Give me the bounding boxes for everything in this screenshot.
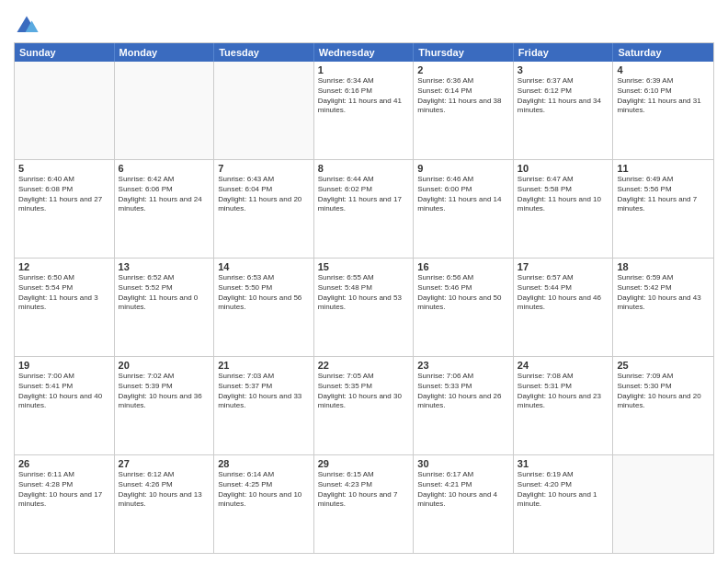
cell-text: Sunrise: 7:03 AM Sunset: 5:37 PM Dayligh… <box>218 372 310 411</box>
day-number: 25 <box>617 360 710 371</box>
week-row-3: 12Sunrise: 6:50 AM Sunset: 5:54 PM Dayli… <box>15 258 713 356</box>
day-cell-6: 6Sunrise: 6:42 AM Sunset: 6:06 PM Daylig… <box>115 160 215 258</box>
header-day-thursday: Thursday <box>414 43 514 62</box>
day-cell-7: 7Sunrise: 6:43 AM Sunset: 6:04 PM Daylig… <box>214 160 314 258</box>
day-number: 16 <box>417 261 509 272</box>
day-number: 6 <box>119 163 210 174</box>
day-cell-3: 3Sunrise: 6:37 AM Sunset: 6:12 PM Daylig… <box>514 62 614 159</box>
cell-text: Sunrise: 6:42 AM Sunset: 6:06 PM Dayligh… <box>119 175 210 214</box>
day-number: 26 <box>18 458 110 469</box>
day-number: 28 <box>218 458 310 469</box>
day-number: 8 <box>318 163 410 174</box>
day-cell-29: 29Sunrise: 6:15 AM Sunset: 4:23 PM Dayli… <box>314 455 415 553</box>
cell-text: Sunrise: 6:44 AM Sunset: 6:02 PM Dayligh… <box>318 175 410 214</box>
day-cell-13: 13Sunrise: 6:52 AM Sunset: 5:52 PM Dayli… <box>115 259 215 356</box>
cell-text: Sunrise: 6:43 AM Sunset: 6:04 PM Dayligh… <box>218 175 310 214</box>
cell-text: Sunrise: 7:09 AM Sunset: 5:30 PM Dayligh… <box>617 372 710 411</box>
cell-text: Sunrise: 7:05 AM Sunset: 5:35 PM Dayligh… <box>318 372 410 411</box>
cell-text: Sunrise: 6:40 AM Sunset: 6:08 PM Dayligh… <box>18 175 110 214</box>
cell-text: Sunrise: 6:59 AM Sunset: 5:42 PM Dayligh… <box>617 273 710 313</box>
day-cell-12: 12Sunrise: 6:50 AM Sunset: 5:54 PM Dayli… <box>15 259 115 356</box>
day-number: 12 <box>18 261 110 272</box>
day-cell-9: 9Sunrise: 6:46 AM Sunset: 6:00 PM Daylig… <box>414 160 514 258</box>
week-row-1: 1Sunrise: 6:34 AM Sunset: 6:16 PM Daylig… <box>15 62 713 159</box>
day-cell-8: 8Sunrise: 6:44 AM Sunset: 6:02 PM Daylig… <box>314 160 415 258</box>
header-day-monday: Monday <box>115 43 215 62</box>
day-cell-14: 14Sunrise: 6:53 AM Sunset: 5:50 PM Dayli… <box>214 259 314 356</box>
header-day-friday: Friday <box>514 43 614 62</box>
cell-text: Sunrise: 7:08 AM Sunset: 5:31 PM Dayligh… <box>518 372 609 411</box>
day-cell-24: 24Sunrise: 7:08 AM Sunset: 5:31 PM Dayli… <box>514 357 614 454</box>
day-number: 10 <box>518 163 609 174</box>
day-number: 1 <box>318 64 410 75</box>
calendar-body: 1Sunrise: 6:34 AM Sunset: 6:16 PM Daylig… <box>15 62 713 553</box>
week-row-2: 5Sunrise: 6:40 AM Sunset: 6:08 PM Daylig… <box>15 159 713 258</box>
day-number: 20 <box>119 360 210 371</box>
cell-text: Sunrise: 6:34 AM Sunset: 6:16 PM Dayligh… <box>318 76 410 116</box>
day-cell-1: 1Sunrise: 6:34 AM Sunset: 6:16 PM Daylig… <box>314 62 415 159</box>
cell-text: Sunrise: 6:39 AM Sunset: 6:10 PM Dayligh… <box>617 76 710 116</box>
day-number: 29 <box>318 458 410 469</box>
cell-text: Sunrise: 6:19 AM Sunset: 4:20 PM Dayligh… <box>518 470 609 510</box>
header <box>14 9 714 39</box>
day-number: 22 <box>318 360 410 371</box>
header-day-wednesday: Wednesday <box>314 43 415 62</box>
empty-cell <box>613 455 713 553</box>
cell-text: Sunrise: 6:17 AM Sunset: 4:21 PM Dayligh… <box>417 470 509 510</box>
cell-text: Sunrise: 6:14 AM Sunset: 4:25 PM Dayligh… <box>218 470 310 510</box>
cell-text: Sunrise: 6:50 AM Sunset: 5:54 PM Dayligh… <box>18 273 110 313</box>
day-number: 7 <box>218 163 310 174</box>
day-cell-21: 21Sunrise: 7:03 AM Sunset: 5:37 PM Dayli… <box>214 357 314 454</box>
week-row-5: 26Sunrise: 6:11 AM Sunset: 4:28 PM Dayli… <box>15 454 713 553</box>
day-number: 5 <box>18 163 110 174</box>
week-row-4: 19Sunrise: 7:00 AM Sunset: 5:41 PM Dayli… <box>15 356 713 454</box>
day-number: 23 <box>417 360 509 371</box>
day-cell-23: 23Sunrise: 7:06 AM Sunset: 5:33 PM Dayli… <box>414 357 514 454</box>
cell-text: Sunrise: 6:52 AM Sunset: 5:52 PM Dayligh… <box>119 273 210 313</box>
day-number: 9 <box>417 163 509 174</box>
day-cell-27: 27Sunrise: 6:12 AM Sunset: 4:26 PM Dayli… <box>115 455 215 553</box>
day-number: 31 <box>518 458 609 469</box>
day-cell-19: 19Sunrise: 7:00 AM Sunset: 5:41 PM Dayli… <box>15 357 115 454</box>
day-cell-2: 2Sunrise: 6:36 AM Sunset: 6:14 PM Daylig… <box>414 62 514 159</box>
day-number: 3 <box>518 64 609 75</box>
day-cell-10: 10Sunrise: 6:47 AM Sunset: 5:58 PM Dayli… <box>514 160 614 258</box>
day-cell-31: 31Sunrise: 6:19 AM Sunset: 4:20 PM Dayli… <box>514 455 614 553</box>
cell-text: Sunrise: 6:55 AM Sunset: 5:48 PM Dayligh… <box>318 273 410 313</box>
cell-text: Sunrise: 6:15 AM Sunset: 4:23 PM Dayligh… <box>318 470 410 510</box>
day-number: 4 <box>617 64 710 75</box>
logo-icon <box>14 13 40 39</box>
day-number: 19 <box>18 360 110 371</box>
day-cell-30: 30Sunrise: 6:17 AM Sunset: 4:21 PM Dayli… <box>414 455 514 553</box>
empty-cell <box>15 62 115 159</box>
day-cell-15: 15Sunrise: 6:55 AM Sunset: 5:48 PM Dayli… <box>314 259 415 356</box>
cell-text: Sunrise: 6:36 AM Sunset: 6:14 PM Dayligh… <box>417 76 509 116</box>
day-cell-16: 16Sunrise: 6:56 AM Sunset: 5:46 PM Dayli… <box>414 259 514 356</box>
cell-text: Sunrise: 7:00 AM Sunset: 5:41 PM Dayligh… <box>18 372 110 411</box>
header-day-sunday: Sunday <box>15 43 115 62</box>
calendar: SundayMondayTuesdayWednesdayThursdayFrid… <box>14 42 714 554</box>
day-number: 30 <box>417 458 509 469</box>
day-number: 18 <box>617 261 710 272</box>
cell-text: Sunrise: 7:06 AM Sunset: 5:33 PM Dayligh… <box>417 372 509 411</box>
day-cell-20: 20Sunrise: 7:02 AM Sunset: 5:39 PM Dayli… <box>115 357 215 454</box>
cell-text: Sunrise: 6:56 AM Sunset: 5:46 PM Dayligh… <box>417 273 509 313</box>
cell-text: Sunrise: 6:37 AM Sunset: 6:12 PM Dayligh… <box>518 76 609 116</box>
cell-text: Sunrise: 6:53 AM Sunset: 5:50 PM Dayligh… <box>218 273 310 313</box>
day-cell-4: 4Sunrise: 6:39 AM Sunset: 6:10 PM Daylig… <box>613 62 713 159</box>
day-cell-25: 25Sunrise: 7:09 AM Sunset: 5:30 PM Dayli… <box>613 357 713 454</box>
logo <box>14 13 43 39</box>
header-day-saturday: Saturday <box>613 43 713 62</box>
day-number: 21 <box>218 360 310 371</box>
page: SundayMondayTuesdayWednesdayThursdayFrid… <box>0 0 728 563</box>
day-number: 14 <box>218 261 310 272</box>
day-number: 24 <box>518 360 609 371</box>
cell-text: Sunrise: 7:02 AM Sunset: 5:39 PM Dayligh… <box>119 372 210 411</box>
day-cell-26: 26Sunrise: 6:11 AM Sunset: 4:28 PM Dayli… <box>15 455 115 553</box>
day-cell-28: 28Sunrise: 6:14 AM Sunset: 4:25 PM Dayli… <box>214 455 314 553</box>
cell-text: Sunrise: 6:57 AM Sunset: 5:44 PM Dayligh… <box>518 273 609 313</box>
day-number: 15 <box>318 261 410 272</box>
empty-cell <box>115 62 215 159</box>
day-cell-17: 17Sunrise: 6:57 AM Sunset: 5:44 PM Dayli… <box>514 259 614 356</box>
day-number: 13 <box>119 261 210 272</box>
